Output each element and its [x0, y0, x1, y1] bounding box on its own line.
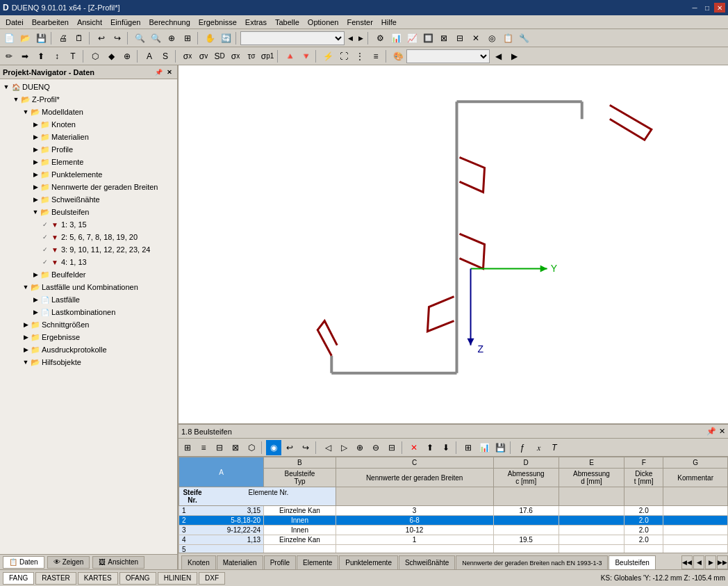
menu-item-ergebnisse[interactable]: Ergebnisse — [195, 17, 241, 28]
menu-item-hilfe[interactable]: Hilfe — [377, 17, 401, 28]
zoom-select-button[interactable]: ⊞ — [180, 31, 195, 46]
tb2-btn-15[interactable]: τσ — [244, 49, 259, 64]
table-row-2[interactable]: 25-8,18-20 Innen 6-8 2.0 — [179, 516, 728, 526]
tree-toggle-lastkombinationen[interactable]: ▶ — [31, 309, 40, 316]
save-button[interactable]: 💾 — [33, 31, 49, 46]
bt-btn-15[interactable]: ⬇ — [438, 440, 454, 455]
pan-button[interactable]: ✋ — [202, 31, 217, 46]
nav-tab-ansichten[interactable]: 🖼 Ansichten — [92, 556, 144, 569]
menu-item-tabelle[interactable]: Tabelle — [271, 17, 304, 28]
bt-btn-10[interactable]: ▷ — [336, 440, 351, 455]
status-tab-fang[interactable]: FANG — [3, 572, 34, 585]
nav-close-button[interactable]: ✕ — [165, 67, 174, 77]
bt-btn-6[interactable]: ◉ — [266, 440, 281, 455]
tree-toggle-knoten[interactable]: ▶ — [31, 121, 40, 128]
table-row-5[interactable]: 5 — [179, 545, 728, 553]
tab-scroll-next2[interactable]: ▶▶ — [717, 555, 728, 569]
tb2-btn-8[interactable]: ⊕ — [119, 49, 135, 64]
tb2-btn-20[interactable]: ⛶ — [336, 49, 351, 64]
tree-item-bs3[interactable]: ✓ ▼ 3: 9, 10, 11, 12, 22, 23, 24 — [1, 243, 176, 256]
redo-button[interactable]: ↪ — [110, 31, 125, 46]
status-tab-raster[interactable]: RASTER — [35, 572, 76, 585]
menu-item-fenster[interactable]: Fenster — [343, 17, 377, 28]
tree-item-materialien[interactable]: ▶ Materialien — [1, 131, 176, 143]
data-table-container[interactable]: A B C D E F G BeulsteifeTyp Nennwerte de… — [179, 457, 728, 553]
tree-toggle-bs3[interactable]: ✓ — [40, 246, 50, 253]
bt-btn-5[interactable]: ⬡ — [244, 440, 259, 455]
tree-toggle-beulsteifen[interactable]: ▼ — [31, 209, 40, 215]
tree-toggle-schnittgroessen[interactable]: ▶ — [21, 321, 31, 328]
tree-item-ergebnisse[interactable]: ▶ Ergebnisse — [1, 331, 176, 343]
tb2-btn-17[interactable]: 🔺 — [282, 49, 297, 64]
tb-btn-c[interactable]: 📈 — [404, 31, 420, 46]
tree-item-punktelemente[interactable]: ▶ Punktelemente — [1, 168, 176, 181]
tree-toggle-schweissnaehte[interactable]: ▶ — [31, 196, 40, 203]
new-button[interactable]: 📄 — [1, 31, 17, 46]
tree-item-duenq[interactable]: ▼ 🏠 DUENQ — [1, 81, 176, 93]
status-tab-hlinien[interactable]: HLINIEN — [158, 572, 197, 585]
tb2-btn-12[interactable]: σv — [196, 49, 211, 64]
tb2-btn-19[interactable]: ⚡ — [320, 49, 336, 64]
tree-item-lastfaelle2[interactable]: ▶ 📄 Lastfälle — [1, 293, 176, 306]
tab-schweissnaehte[interactable]: Schweißnähte — [399, 555, 455, 569]
tb2-btn-7[interactable]: ◆ — [104, 49, 119, 64]
tree-item-lastkombinationen[interactable]: ▶ 📄 Lastkombinationen — [1, 306, 176, 318]
tree-toggle-nennwerte[interactable]: ▶ — [31, 184, 40, 190]
zoom-in-button[interactable]: 🔍 — [132, 31, 147, 46]
tree-item-modelldaten[interactable]: ▼ Modelldaten — [1, 106, 176, 118]
menu-item-optionen[interactable]: Optionen — [304, 17, 343, 28]
tree-toggle-bs2[interactable]: ✓ — [40, 234, 50, 241]
tb2-btn-22[interactable]: ≡ — [368, 49, 383, 64]
tb-btn-g[interactable]: ✕ — [468, 31, 483, 46]
tree-item-hilfsobjekte[interactable]: ▼ Hilfsobjekte — [1, 356, 176, 368]
tree-toggle-ausdruckprotokolle[interactable]: ▶ — [21, 346, 31, 353]
tab-scroll-next[interactable]: ▶ — [705, 555, 716, 569]
nav-tab-zeigen[interactable]: 👁 Zeigen — [47, 556, 90, 569]
tab-scroll-prev[interactable]: ◀◀ — [681, 555, 693, 569]
bt-btn-11[interactable]: ⊕ — [352, 440, 367, 455]
bt-btn-18[interactable]: 💾 — [493, 440, 508, 455]
print-preview[interactable]: 🗒 — [72, 31, 87, 46]
tb2-btn-21[interactable]: ⋮ — [352, 49, 367, 64]
tb2-select[interactable] — [406, 49, 490, 63]
maximize-button[interactable]: □ — [702, 3, 713, 13]
bt-btn-7[interactable]: ↩ — [282, 440, 297, 455]
tb2-btn-14[interactable]: σx — [228, 49, 243, 64]
tb2-btn-2[interactable]: ➡ — [17, 49, 33, 64]
tree-toggle-ergebnisse[interactable]: ▶ — [21, 334, 31, 341]
tab-nennwerte[interactable]: Nennwerte der geraden Breiten nach EN 19… — [456, 555, 608, 569]
bt-btn-12[interactable]: ⊖ — [368, 440, 383, 455]
menu-item-ansicht[interactable]: Ansicht — [73, 17, 106, 28]
tb2-btn-6[interactable]: ⬡ — [88, 49, 103, 64]
status-tab-kartes[interactable]: KARTES — [78, 572, 118, 585]
minimize-button[interactable]: ─ — [689, 3, 700, 13]
tb2-nav-next[interactable]: ▶ — [506, 49, 522, 64]
tree-item-profile[interactable]: ▶ Profile — [1, 143, 176, 156]
bt-btn-14[interactable]: ⬆ — [422, 440, 438, 455]
tab-materialien[interactable]: Materialien — [217, 555, 263, 569]
bottom-panel-float[interactable]: 📌 — [706, 427, 716, 436]
tab-scroll-prev2[interactable]: ◀ — [693, 555, 704, 569]
view-next[interactable]: ▶ — [356, 31, 365, 46]
canvas-area[interactable]: Y Z Y Z — [179, 65, 728, 423]
tree-toggle-hilfsobjekte[interactable]: ▼ — [21, 359, 31, 366]
tb-btn-f[interactable]: ⊟ — [452, 31, 468, 46]
menu-item-datei[interactable]: Datei — [1, 17, 28, 28]
tab-punktelemente[interactable]: Punktelemente — [339, 555, 398, 569]
tb2-btn-18[interactable]: 🔻 — [298, 49, 313, 64]
table-row-4[interactable]: 41,13 Einzelne Kan 1 19.5 2.0 — [179, 535, 728, 545]
tb2-btn-13[interactable]: SD — [212, 49, 227, 64]
tree-item-beulsteifen[interactable]: ▼ Beulsteifen — [1, 206, 176, 218]
tb2-nav-prev[interactable]: ◀ — [490, 49, 506, 64]
bottom-panel-close[interactable]: ✕ — [719, 427, 725, 436]
status-tab-ofang[interactable]: OFANG — [119, 572, 156, 585]
tree-toggle-lastfaelle[interactable]: ▼ — [21, 284, 31, 291]
menu-item-berechnung[interactable]: Berechnung — [144, 17, 194, 28]
bt-btn-21[interactable]: T — [547, 440, 562, 455]
bt-btn-20[interactable]: 𝑥 — [531, 440, 546, 455]
tree-toggle-elemente[interactable]: ▶ — [31, 158, 40, 165]
tree-item-nennwerte[interactable]: ▶ Nennwerte der geraden Breiten — [1, 181, 176, 193]
nav-pin-button[interactable]: 📌 — [154, 67, 163, 77]
tb2-btn-9[interactable]: A — [142, 49, 157, 64]
bt-btn-19[interactable]: ƒ — [515, 440, 530, 455]
